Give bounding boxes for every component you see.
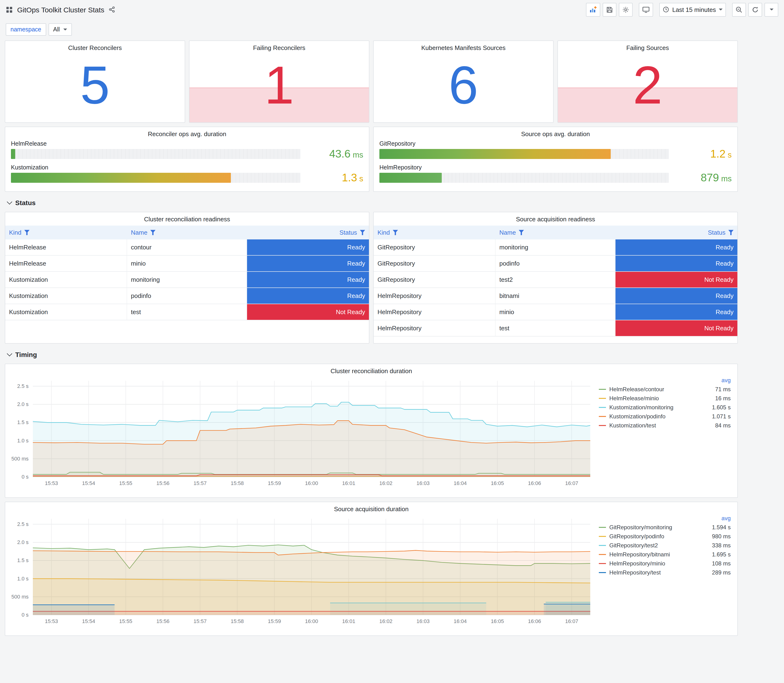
cell-kind: HelmRelease	[5, 256, 127, 271]
legend-series-name: HelmRepository/minio	[609, 560, 665, 567]
panel-title[interactable]: Cluster reconciliation readiness	[5, 212, 369, 224]
x-tick-label: 16:01	[342, 618, 355, 624]
legend-swatch	[599, 536, 606, 537]
add-panel-icon	[589, 6, 597, 13]
cell-name: test2	[495, 272, 616, 287]
stat-panel: Failing Reconcilers1	[189, 40, 369, 123]
timeseries-canvas[interactable]: 0 s500 ms1.0 s1.5 s2.0 s2.5 s15:5315:541…	[8, 376, 596, 489]
column-header-kind[interactable]: Kind	[5, 229, 127, 236]
legend-item[interactable]: Kustomization/podinfo1.071 s	[599, 412, 731, 421]
cell-status: Ready	[616, 239, 738, 255]
filter-icon[interactable]	[728, 230, 734, 235]
cell-name: monitoring	[127, 272, 247, 287]
legend-series-avg: 289 ms	[706, 569, 731, 576]
stats-row: Cluster Reconcilers5Failing Reconcilers1…	[5, 40, 738, 123]
panel-title[interactable]: Source ops avg. duration	[374, 127, 738, 139]
legend-item[interactable]: GitRepository/podinfo980 ms	[599, 532, 731, 541]
legend-item[interactable]: GitRepository/monitoring1.594 s	[599, 523, 731, 532]
share-icon-svg	[109, 6, 115, 13]
section-toggle-status[interactable]: Status	[5, 196, 738, 210]
cell-status: Ready	[616, 256, 738, 271]
column-header-status[interactable]: Status	[616, 229, 738, 236]
filter-icon[interactable]	[150, 230, 156, 235]
apps-grid-icon[interactable]	[6, 6, 13, 13]
zoom-out-button[interactable]	[732, 3, 746, 16]
legend-series-avg: 338 ms	[706, 542, 731, 548]
timeseries-canvas[interactable]: 0 s500 ms1.0 s1.5 s2.0 s2.5 s15:5315:541…	[8, 514, 596, 627]
cell-status: Not Ready	[616, 320, 738, 336]
panel-title[interactable]: Reconciler ops avg. duration	[5, 127, 369, 139]
add-panel-button[interactable]	[586, 3, 600, 16]
column-header-name[interactable]: Name	[127, 229, 247, 236]
time-picker[interactable]: Last 15 minutes	[659, 3, 726, 16]
filter-icon[interactable]	[360, 230, 365, 235]
legend-item[interactable]: HelmRelease/contour71 ms	[599, 385, 731, 394]
variable-label: namespace	[6, 23, 46, 36]
cell-name: monitoring	[495, 239, 616, 255]
legend-item[interactable]: Kustomization/monitoring1.605 s	[599, 402, 731, 412]
legend-item[interactable]: Kustomization/test84 ms	[599, 421, 731, 430]
y-tick-label: 2.5 s	[17, 383, 29, 389]
dashboard-settings-button[interactable]	[619, 3, 633, 16]
filter-icon[interactable]	[24, 230, 29, 235]
gauge-track	[379, 173, 669, 183]
legend-item[interactable]: GitRepository/test2338 ms	[599, 541, 731, 550]
refresh-interval-dropdown[interactable]	[765, 3, 778, 16]
cell-status: Ready	[616, 288, 738, 304]
legend-item[interactable]: HelmRepository/test289 ms	[599, 568, 731, 577]
cycle-view-button[interactable]	[639, 3, 653, 16]
variable-value-dropdown[interactable]: All	[48, 23, 72, 36]
column-header-status[interactable]: Status	[247, 229, 369, 236]
dashboard-title[interactable]: GitOps Toolkit Cluster Stats	[17, 5, 104, 14]
panel-title[interactable]: Source acquisition duration	[5, 502, 738, 514]
stat-panel: Kubernetes Manifests Sources6	[373, 40, 554, 123]
gauge-value-unit: s	[725, 151, 732, 159]
legend-series-avg: 1.695 s	[706, 551, 731, 558]
save-dashboard-button[interactable]	[603, 3, 616, 16]
x-tick-label: 16:07	[565, 480, 578, 486]
column-header-name[interactable]: Name	[495, 229, 616, 236]
x-tick-label: 16:02	[379, 480, 393, 486]
legend-swatch	[599, 572, 606, 573]
table-row: GitRepositorytest2Not Ready	[374, 272, 738, 288]
x-tick-label: 15:57	[194, 480, 207, 486]
legend-series-name: GitRepository/podinfo	[609, 533, 664, 539]
filter-icon[interactable]	[519, 230, 524, 235]
filter-icon[interactable]	[393, 230, 398, 235]
legend-swatch	[599, 389, 606, 390]
cell-kind: HelmRepository	[374, 304, 495, 320]
apps-grid-icon-svg	[6, 6, 13, 13]
column-header-label: Name	[499, 229, 516, 236]
table-header-row: KindNameStatus	[5, 226, 369, 239]
refresh-button[interactable]	[748, 3, 762, 16]
gauge-value-unit: ms	[351, 151, 363, 159]
panel-title[interactable]: Kubernetes Manifests Sources	[374, 41, 553, 53]
legend-avg-header[interactable]: avg	[599, 514, 731, 523]
column-header-label: Kind	[9, 229, 21, 236]
panel-title[interactable]: Source acquisition readiness	[374, 212, 738, 224]
gauge-line: 879 ms	[379, 172, 732, 183]
section-toggle-timing[interactable]: Timing	[5, 348, 738, 362]
gauge-track	[11, 149, 300, 159]
x-tick-label: 15:56	[156, 618, 170, 624]
y-tick-label: 2.5 s	[17, 521, 29, 527]
panel-title[interactable]: Failing Sources	[558, 41, 738, 53]
y-tick-label: 500 ms	[11, 456, 29, 462]
panel-title[interactable]: Failing Reconcilers	[189, 41, 369, 53]
column-header-kind[interactable]: Kind	[374, 229, 495, 236]
table-row: GitRepositorymonitoringReady	[374, 239, 738, 256]
legend-item[interactable]: HelmRepository/minio108 ms	[599, 559, 731, 568]
legend-item[interactable]: HelmRepository/bitnami1.695 s	[599, 550, 731, 559]
share-icon[interactable]	[109, 6, 115, 13]
y-tick-label: 2.0 s	[17, 401, 29, 407]
table-row: HelmRepositorytestNot Ready	[374, 320, 738, 337]
y-tick-label: 0 s	[22, 612, 29, 618]
x-tick-label: 15:55	[119, 618, 132, 624]
cell-kind: HelmRelease	[5, 239, 127, 255]
panel-title[interactable]: Cluster Reconcilers	[5, 41, 185, 53]
legend-item[interactable]: HelmRelease/minio16 ms	[599, 394, 731, 402]
panel-title[interactable]: Cluster reconciliation duration	[5, 364, 738, 376]
chart-legend: avgHelmRelease/contour71 msHelmRelease/m…	[596, 376, 736, 489]
table-row: HelmReleasecontourReady	[5, 239, 369, 256]
legend-avg-header[interactable]: avg	[599, 376, 731, 385]
